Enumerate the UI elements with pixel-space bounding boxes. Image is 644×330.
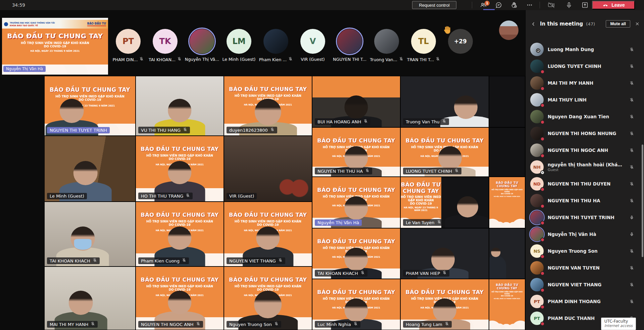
back-button[interactable] bbox=[530, 20, 537, 28]
avatar-strip-item[interactable]: NGUYEN THI T... bbox=[337, 29, 362, 62]
participant-row[interactable]: NGUYEN VAN TUYEN bbox=[526, 259, 644, 276]
participant-name: NGUYEN THI THU DUYEN bbox=[548, 181, 624, 187]
participants-button[interactable]: 1 bbox=[478, 0, 489, 10]
participant-row[interactable]: NGUYEN THI HONG NHUNG bbox=[526, 125, 644, 142]
sidebar-scrollbar[interactable] bbox=[642, 145, 643, 257]
participant-row[interactable]: PTPHAM DINH THOANG bbox=[526, 293, 644, 310]
video-tile-partial[interactable]: BÁO ĐẦU TƯ CHUNG TAYHỖ TRỢ SINH VIÊN INE… bbox=[489, 279, 525, 330]
mic-muted-button[interactable] bbox=[628, 115, 635, 119]
mic-muted-button[interactable] bbox=[628, 47, 635, 52]
participant-row[interactable]: NHnguyễn thị thanh hoài (Khách...Guest bbox=[526, 159, 644, 175]
mic-muted-icon bbox=[630, 182, 634, 186]
mic-on-button[interactable] bbox=[628, 232, 635, 237]
mic-muted-button[interactable] bbox=[628, 283, 635, 287]
slide-title: BÁO ĐẦU TƯ CHUNG TAY bbox=[136, 277, 224, 283]
video-tile[interactable]: MAI THI MY HANH bbox=[44, 266, 136, 330]
participant-row[interactable]: NSNguyen Truong Son bbox=[526, 243, 644, 259]
participant-row[interactable]: NDNGUYEN THI THU DUYEN bbox=[526, 175, 644, 192]
video-tile-name-label: Le Minh (Guest) bbox=[47, 193, 87, 199]
video-tile[interactable]: VU THI THU HANG bbox=[136, 76, 224, 136]
video-tile[interactable]: BÁO ĐẦU TƯ CHUNG TAYHỖ TRỢ SINH VIÊN INE… bbox=[312, 228, 400, 279]
video-tile[interactable]: VIR (Guest) bbox=[224, 136, 312, 202]
participant-photo-avatar bbox=[530, 76, 544, 90]
video-tile-partial[interactable] bbox=[489, 76, 525, 127]
mic-muted-button[interactable] bbox=[628, 299, 635, 304]
mic-muted-button[interactable] bbox=[628, 249, 635, 253]
video-tile[interactable]: BÁO ĐẦU TƯ CHUNG TAYHỖ TRỢ SINH VIÊN INE… bbox=[224, 202, 312, 266]
video-tile[interactable]: BÁO ĐẦU TƯ CHUNG TAYHỖ TRỢ SINH VIÊN INE… bbox=[312, 177, 400, 228]
video-tile[interactable]: BÁO ĐẦU TƯ CHUNG TAYHỖ TRỢ SINH VIÊN INE… bbox=[400, 127, 489, 177]
video-tile[interactable]: BÁO ĐẦU TƯ CHUNG TAYHỖ TRỢ SINH VIÊN INE… bbox=[44, 76, 136, 136]
video-tile[interactable]: PHAM VAN HIEP bbox=[400, 228, 489, 279]
mic-muted-button[interactable] bbox=[628, 64, 635, 69]
reactions-button[interactable] bbox=[508, 0, 520, 10]
video-tile[interactable]: BÁO ĐẦU TƯ CHUNG TAYHỖ TRỢ SINH VIÊN INE… bbox=[136, 266, 224, 330]
slide-subtitle2: DO COVID-19 bbox=[136, 223, 224, 226]
video-tile-partial[interactable]: BÁO ĐẦU TƯ CHUNG TAYHỖ TRỢ SINH VIÊN INE… bbox=[489, 177, 525, 228]
mic-muted-button[interactable] bbox=[628, 131, 635, 136]
participant-row[interactable]: NGUYEN THI NGOC ANH bbox=[526, 142, 644, 159]
overflow-participants[interactable]: +29 bbox=[448, 29, 473, 62]
video-tile[interactable]: Le Minh (Guest) bbox=[44, 136, 136, 202]
video-tile[interactable]: BÁO ĐẦU TƯ CHUNG TAYHỖ TRỢ SINH VIÊN INE… bbox=[224, 76, 312, 136]
video-tile-partial[interactable] bbox=[489, 228, 525, 279]
participant-row[interactable]: Luong Manh Dung bbox=[526, 41, 644, 58]
mic-muted-button[interactable] bbox=[628, 182, 635, 186]
mic-muted-button[interactable] bbox=[628, 81, 635, 85]
mic-muted-button[interactable] bbox=[628, 266, 635, 270]
avatar-strip-item[interactable]: VVIR (Guest) bbox=[300, 29, 325, 62]
video-tile-name-label: VU THI THU HANG bbox=[138, 127, 190, 133]
participant-photo-avatar bbox=[530, 278, 544, 291]
camera-toggle-button[interactable] bbox=[546, 0, 557, 10]
mic-muted-button[interactable] bbox=[628, 148, 635, 153]
video-tile[interactable]: BÁO ĐẦU TƯ CHUNG TAYHỖ TRỢ SINH VIÊN INE… bbox=[136, 202, 224, 266]
mic-toggle-button[interactable] bbox=[563, 0, 575, 10]
toolbar-divider bbox=[540, 2, 540, 8]
participant-row[interactable]: NGUYEN VIET THANG bbox=[526, 276, 644, 293]
video-tile[interactable]: BÁO ĐẦU TƯ CHUNG TAYHỖ TRỢ SINH VIÊN INE… bbox=[400, 279, 489, 330]
mic-on-button[interactable] bbox=[628, 215, 635, 220]
video-tile[interactable]: BÁO ĐẦU TƯ CHUNG TAYHỖ TRỢ SINH VIÊN INE… bbox=[224, 266, 312, 330]
video-tile[interactable]: TAI KHOAN KHACH bbox=[44, 202, 136, 266]
participant-row[interactable]: MAI THUY LINH bbox=[526, 91, 644, 108]
participant-row[interactable]: NGUYEN THI THU HA bbox=[526, 192, 644, 209]
slide-title: BÁO ĐẦU TƯ CHUNG TAY bbox=[224, 277, 312, 283]
avatar-strip-item[interactable]: Truong Van... bbox=[374, 29, 399, 62]
video-tile[interactable]: BÁO ĐẦU TƯ CHUNG TAYHỖ TRỢ SINH VIÊN INE… bbox=[312, 127, 400, 177]
request-control-button[interactable]: Request control bbox=[412, 1, 456, 9]
avatar-strip-item[interactable]: Nguyễn Thị Vâ... bbox=[190, 29, 214, 62]
avatar-strip-item[interactable]: PTPHAM DIN... bbox=[116, 29, 141, 62]
mic-muted-button[interactable] bbox=[628, 98, 635, 102]
video-tile[interactable]: BÁO ĐẦU TƯ CHUNG TAYHỖ TRỢ SINH VIÊN INE… bbox=[136, 136, 224, 202]
video-tile[interactable]: BÁO ĐẦU TƯ CHUNG TAYHỖ TRỢ SINH VIÊN INE… bbox=[312, 279, 400, 330]
mic-muted-button[interactable] bbox=[628, 199, 635, 203]
mic-muted-button[interactable] bbox=[628, 165, 635, 169]
video-tile[interactable]: BUI HA HOANG ANH bbox=[312, 76, 400, 127]
participant-row[interactable]: NGUYEN THI TUYET TRINH bbox=[526, 209, 644, 226]
more-options-button[interactable] bbox=[524, 0, 535, 10]
mic-muted-icon bbox=[436, 57, 440, 61]
participant-row[interactable]: MAI THI MY HANH bbox=[526, 75, 644, 91]
presenter-name-label: Nguyễn Thị Vân Hà bbox=[3, 66, 46, 72]
video-tile[interactable]: BÁO ĐẦU TƯ CHUNG TAYHỖ TRỢ SINH VIÊN INE… bbox=[400, 177, 489, 228]
mic-muted-icon bbox=[454, 168, 459, 173]
avatar-strip-item[interactable]: Pham Kien ... bbox=[263, 29, 288, 62]
corner-avatar[interactable] bbox=[499, 20, 518, 40]
participant-row[interactable]: LUONG TUYET CHINH bbox=[526, 58, 644, 75]
leave-button[interactable]: Leave bbox=[592, 1, 635, 9]
close-panel-button[interactable] bbox=[633, 20, 641, 28]
presence-busy-badge bbox=[540, 288, 545, 292]
mute-all-button[interactable]: Mute all bbox=[606, 20, 630, 28]
avatar-strip-item[interactable]: LMLe Minh (Guest) bbox=[227, 29, 251, 62]
slide-subtitle: HỖ TRỢ SINH VIÊN INED GẶP KHÓ KHĂN bbox=[489, 291, 525, 295]
stage-preview[interactable]: TRƯỜNG ĐẠI HỌC GIAO THÔNG VẬN TẢI KHOA Đ… bbox=[2, 18, 108, 75]
video-tile[interactable]: Truong Van Thu bbox=[400, 76, 489, 127]
chat-button[interactable] bbox=[493, 0, 504, 10]
participant-initials-avatar: PT bbox=[116, 29, 141, 54]
avatar-strip-item[interactable]: TKTAI KHOAN... bbox=[153, 29, 178, 62]
avatar-strip-item[interactable]: TLTRAN THI T... bbox=[411, 29, 436, 62]
participant-row[interactable]: Nguyễn Thị Vân Hà bbox=[526, 226, 644, 243]
video-tile-partial[interactable] bbox=[489, 127, 525, 177]
participant-row[interactable]: Nguyen Dang Xuan Tien bbox=[526, 108, 644, 125]
share-button[interactable] bbox=[579, 0, 591, 10]
